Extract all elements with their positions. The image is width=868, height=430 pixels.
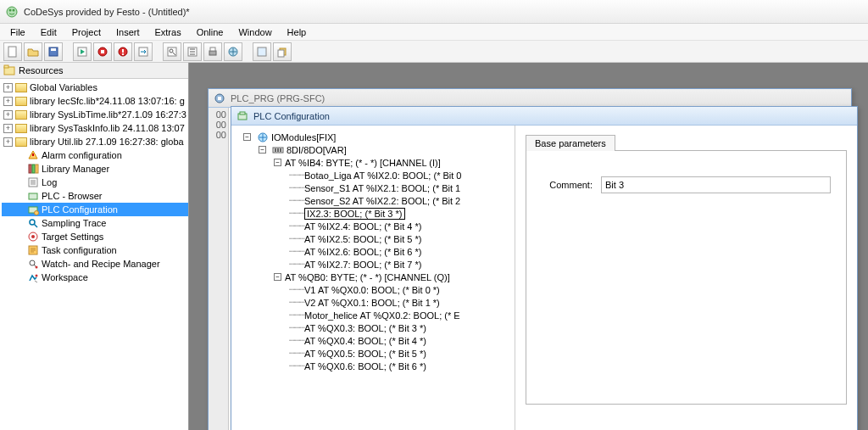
tree-connector: ┄┄┄ — [289, 310, 304, 321]
io-tree-node[interactable]: ┄┄┄AT %IX2.6: BOOL; (* Bit 6 *) — [243, 245, 515, 258]
tool-stop[interactable] — [93, 42, 112, 61]
tree-expander-icon[interactable]: + — [3, 83, 13, 92]
tree-expander-icon[interactable]: − — [274, 159, 281, 166]
tool-logout[interactable] — [134, 42, 153, 61]
io-tree-node[interactable]: −AT %IB4: BYTE; (* - *) [CHANNEL (I)] — [243, 156, 515, 169]
io-node-label: Sensor_S2 AT %IX2.2: BOOL; (* Bit 2 — [304, 196, 460, 206]
resource-item[interactable]: Alarm configuration — [2, 148, 188, 162]
tree-expander-icon[interactable]: + — [3, 137, 13, 147]
menu-insert[interactable]: Insert — [109, 25, 147, 39]
resource-item[interactable]: +Global Variables — [2, 81, 188, 94]
resource-item[interactable]: +library SysTaskInfo.lib 24.11.08 13:07 — [2, 121, 188, 135]
resource-item[interactable]: Workspace — [2, 271, 188, 284]
resource-label: PLC - Browser — [42, 191, 103, 201]
plc-icon — [27, 190, 39, 202]
tool-new[interactable] — [3, 42, 22, 61]
io-node-label: AT %QX0.3: BOOL; (* Bit 3 *) — [304, 323, 426, 333]
window-plc-configuration[interactable]: PLC Configuration −IOModules[FIX]−8DI/8D… — [231, 106, 858, 430]
resource-item[interactable]: PLC Configuration — [2, 203, 188, 216]
gutter: 00 00 00 — [209, 108, 229, 430]
io-node-label: Motor_helice AT %QX0.2: BOOL; (* E — [304, 310, 460, 321]
svg-rect-11 — [122, 49, 124, 53]
menu-window[interactable]: Window — [231, 25, 278, 39]
resource-item[interactable]: Watch- and Recipe Manager — [2, 257, 188, 271]
tree-expander-icon[interactable]: − — [274, 273, 281, 281]
resource-label: library SysTaskInfo.lib 24.11.08 13:07 — [30, 123, 185, 133]
resource-item[interactable]: Target Settings — [2, 230, 188, 243]
resource-item[interactable]: Library Manager — [2, 162, 188, 176]
resource-item[interactable]: Task configuration — [2, 243, 188, 257]
resource-label: Alarm configuration — [42, 150, 122, 160]
menu-extras[interactable]: Extras — [147, 25, 187, 39]
resource-item[interactable]: PLC - Browser — [2, 189, 188, 203]
io-tree-node[interactable]: ┄┄┄AT %IX2.7: BOOL; (* Bit 7 *) — [243, 258, 515, 271]
io-tree-node[interactable]: ┄┄┄Sensor_S2 AT %IX2.2: BOOL; (* Bit 2 — [243, 194, 515, 207]
io-node-label: AT %QX0.5: BOOL; (* Bit 5 *) — [304, 349, 426, 359]
io-node-label: IOModules[FIX] — [271, 132, 336, 142]
gutter-line: 00 — [209, 130, 226, 140]
menu-project[interactable]: Project — [65, 25, 108, 39]
tree-connector: ┄┄┄ — [289, 182, 304, 193]
io-node-label: Botao_Liga AT %IX2.0: BOOL; (* Bit 0 — [304, 170, 461, 181]
io-tree-node[interactable]: ┄┄┄Botao_Liga AT %IX2.0: BOOL; (* Bit 0 — [243, 169, 515, 181]
resource-label: Sampling Trace — [42, 218, 106, 228]
tool-save[interactable] — [44, 42, 63, 61]
io-tree-node[interactable]: ┄┄┄ IX2.3: BOOL; (* Bit 3 *) — [243, 207, 515, 220]
comment-input[interactable] — [601, 176, 831, 193]
resource-label: library IecSfc.lib*24.11.08 13:07:16: g — [30, 96, 185, 106]
io-tree-node[interactable]: ┄┄┄AT %QX0.6: BOOL; (* Bit 6 *) — [243, 360, 515, 372]
folder-icon — [15, 81, 27, 93]
menu-file[interactable]: File — [3, 25, 32, 39]
io-tree-node[interactable]: ┄┄┄AT %QX0.3: BOOL; (* Bit 3 *) — [243, 321, 515, 334]
svg-rect-12 — [122, 53, 124, 55]
tool-findnext[interactable] — [183, 42, 202, 61]
folder-icon — [15, 122, 27, 134]
io-tree-node[interactable]: ┄┄┄Motor_helice AT %QX0.2: BOOL; (* E — [243, 309, 515, 321]
tool-copy[interactable] — [273, 42, 292, 61]
window-plc-configuration-titlebar[interactable]: PLC Configuration — [231, 107, 857, 126]
io-tree-node[interactable]: ┄┄┄V2 AT %QX0.1: BOOL; (* Bit 1 *) — [243, 296, 515, 309]
tool-cut[interactable] — [253, 42, 271, 61]
alarm-icon — [27, 149, 39, 161]
io-node-label: AT %IX2.4: BOOL; (* Bit 4 *) — [304, 221, 421, 232]
tool-login[interactable] — [114, 42, 132, 61]
io-tree-node[interactable]: ┄┄┄AT %QX0.4: BOOL; (* Bit 4 *) — [243, 334, 515, 347]
resource-item[interactable]: Sampling Trace — [2, 216, 188, 230]
resource-item[interactable]: +library SysLibTime.lib*27.1.09 16:27:3 — [2, 108, 188, 121]
tree-expander-icon[interactable]: + — [3, 110, 13, 120]
tool-run[interactable] — [73, 42, 92, 61]
resource-item[interactable]: +library Util.lib 27.1.09 16:27:38: glob… — [2, 135, 188, 148]
main-area: Resources +Global Variables+library IecS… — [0, 63, 868, 430]
io-tree-node[interactable]: −8DI/8DO[VAR] — [243, 143, 515, 156]
tab-base-parameters[interactable]: Base parameters — [526, 135, 615, 151]
window-plc-prg-titlebar[interactable]: PLC_PRG (PRG-SFC) — [209, 89, 851, 108]
menu-online[interactable]: Online — [190, 25, 231, 39]
menu-edit[interactable]: Edit — [34, 25, 64, 39]
io-tree-node[interactable]: ┄┄┄AT %IX2.4: BOOL; (* Bit 4 *) — [243, 220, 515, 232]
io-tree-node[interactable]: ┄┄┄V1 AT %QX0.0: BOOL; (* Bit 0 *) — [243, 283, 515, 296]
resource-item[interactable]: Log — [2, 176, 188, 189]
tree-expander-icon[interactable]: − — [259, 146, 266, 154]
tree-expander-icon[interactable]: + — [3, 124, 13, 133]
tool-print[interactable] — [203, 42, 222, 61]
tool-find[interactable] — [163, 42, 181, 61]
svg-rect-26 — [32, 154, 34, 156]
tool-globalreplace[interactable] — [224, 42, 242, 61]
resource-item[interactable]: +library IecSfc.lib*24.11.08 13:07:16: g — [2, 94, 188, 108]
io-tree-pane[interactable]: −IOModules[FIX]−8DI/8DO[VAR]−AT %IB4: BY… — [231, 126, 515, 430]
resources-tree[interactable]: +Global Variables+library IecSfc.lib*24.… — [0, 79, 188, 286]
resource-label: Watch- and Recipe Manager — [42, 259, 160, 269]
svg-rect-49 — [275, 148, 276, 152]
toolbar — [0, 41, 868, 63]
mdi-area: PLC_PRG (PRG-SFC) 00 00 00 In PLC Config… — [189, 63, 868, 430]
tree-expander-icon[interactable]: − — [243, 133, 251, 141]
io-tree-node[interactable]: ┄┄┄AT %QX0.5: BOOL; (* Bit 5 *) — [243, 347, 515, 360]
tool-open[interactable] — [24, 42, 42, 61]
resources-icon — [3, 64, 15, 76]
io-tree-node[interactable]: −AT %QB0: BYTE; (* - *) [CHANNEL (Q)] — [243, 271, 515, 283]
menu-help[interactable]: Help — [281, 25, 314, 39]
io-tree-node[interactable]: ┄┄┄AT %IX2.5: BOOL; (* Bit 5 *) — [243, 232, 515, 245]
tree-expander-icon[interactable]: + — [3, 97, 13, 106]
io-tree-node[interactable]: ┄┄┄Sensor_S1 AT %IX2.1: BOOL; (* Bit 1 — [243, 181, 515, 194]
io-tree-node[interactable]: −IOModules[FIX] — [243, 131, 515, 143]
